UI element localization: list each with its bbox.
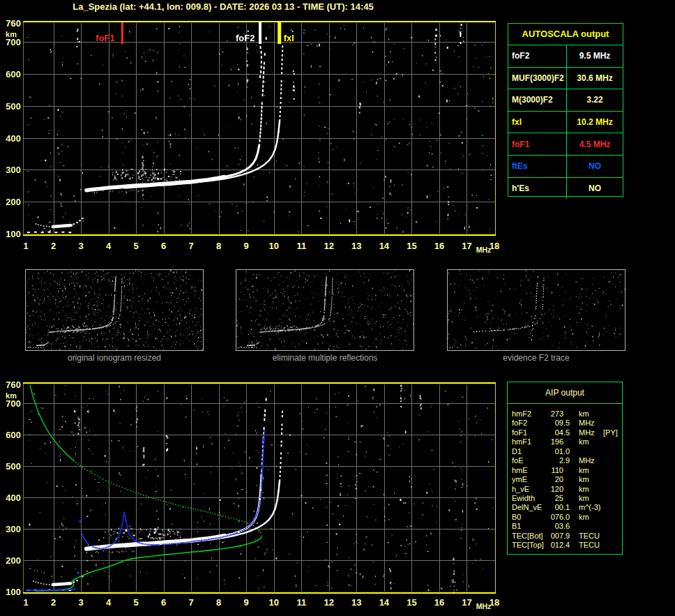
- thumbnail-caption-eliminate: eliminate multiple reflections: [236, 353, 414, 363]
- x-tick-label: 14: [375, 241, 393, 251]
- aip-row-foF1: foF104.5MHz[PY]: [508, 428, 622, 437]
- y-axis-unit-label: km: [1, 30, 22, 38]
- aip-row-foE: foE2.9MHz: [508, 456, 622, 465]
- aip-param-unit: km: [579, 513, 589, 521]
- marker-label-fxI: fxI: [284, 33, 294, 43]
- autoscala-param-value: 3.22: [567, 95, 623, 105]
- x-tick-label: 16: [430, 241, 448, 251]
- x-tick-label: 2: [45, 597, 63, 608]
- x-tick-label: 8: [210, 597, 228, 608]
- aip-param-unit: TECU: [579, 541, 600, 549]
- x-tick-label: 8: [210, 241, 228, 251]
- x-tick-label: 13: [347, 241, 365, 251]
- autoscala-row-MUF(3000)F2: MUF(3000)F230.6 MHz: [508, 68, 623, 90]
- x-tick-label: 7: [182, 597, 200, 608]
- aip-param-value: 01.0: [524, 447, 594, 456]
- x-tick-label: 2: [45, 241, 63, 251]
- x-tick-label: 6: [155, 241, 173, 251]
- y-tick-label: 700: [1, 398, 21, 409]
- autoscala-param-label: foF1: [508, 133, 567, 155]
- aip-param-unit: m^(-3): [579, 503, 600, 511]
- aip-param-unit: MHz: [579, 428, 595, 437]
- aip-param-value: 03.6: [524, 522, 594, 530]
- autoscala-param-label: h'Es: [508, 178, 567, 200]
- autoscala-row-M(3000)F2: M(3000)F23.22: [508, 89, 623, 112]
- y-tick-label: 200: [1, 197, 21, 207]
- aip-row-foF2: foF209.5MHz: [508, 419, 622, 428]
- autoscala-param-value: 10.2 MHz: [567, 117, 623, 127]
- thumbnail-caption-evidence: evidence F2 trace: [447, 353, 625, 363]
- autoscala-window: La_Spezia (lat: +44.1, lon: 009.8) - DAT…: [0, 0, 675, 616]
- aip-row-hmF2: hmF2273km: [508, 410, 622, 419]
- y-tick-label: 760: [1, 18, 21, 29]
- autoscala-param-value: NO: [567, 161, 623, 171]
- x-tick-label: 10: [265, 597, 283, 608]
- x-tick-label: 1: [17, 597, 35, 608]
- aip-param-unit: TECU: [579, 532, 600, 540]
- aip-param-name: foE: [512, 456, 524, 465]
- thumbnail-evidence-f2: [447, 269, 625, 351]
- y-axis-unit-label: km: [1, 391, 22, 400]
- x-tick-label: 11: [292, 597, 310, 608]
- thumbnail-eliminate-reflections: [236, 269, 414, 351]
- autoscala-param-value: 30.6 MHz: [567, 73, 623, 83]
- autoscala-row-h'Es: h'EsNO: [508, 178, 623, 200]
- aip-row-hmF1: hmF1196km: [508, 437, 622, 446]
- y-tick-label: 500: [1, 101, 21, 112]
- thumbnail-caption-original: original ionogram resized: [25, 353, 204, 363]
- autoscala-output-table: AUTOSCALA output foF29.5 MHzMUF(3000)F23…: [508, 23, 623, 197]
- aip-row-h_vE: h_vE120km: [508, 485, 622, 494]
- y-tick-label: 200: [1, 555, 21, 566]
- x-tick-label: 3: [72, 241, 90, 251]
- aip-row-B0: B0076.0km: [508, 513, 622, 522]
- aip-row-Ewidth: Ewidth25km: [508, 494, 622, 503]
- y-tick-label: 600: [1, 430, 21, 440]
- y-tick-label: 760: [1, 380, 21, 390]
- autoscala-row-foF2: foF29.5 MHz: [508, 45, 623, 68]
- main-ionogram-canvas: [23, 21, 496, 236]
- aip-param-name: B1: [512, 522, 521, 530]
- x-tick-label: 16: [430, 597, 448, 608]
- autoscala-param-label: fxI: [508, 112, 567, 133]
- y-tick-label: 300: [1, 165, 21, 175]
- marker-label-foF2: foF2: [236, 33, 255, 43]
- y-tick-label: 100: [1, 229, 21, 239]
- aip-row-TEC[Bot]: TEC[Bot]007.9TECU: [508, 532, 622, 541]
- aip-row-hmE: hmE110km: [508, 466, 622, 475]
- profile-ionogram-canvas: [23, 382, 496, 594]
- autoscala-param-label: MUF(3000)F2: [508, 68, 567, 89]
- thumbnail-original-canvas: [26, 270, 203, 350]
- x-tick-label: 4: [100, 241, 118, 251]
- x-tick-label: 14: [375, 597, 393, 608]
- x-tick-label: 6: [155, 597, 173, 608]
- x-axis-unit-label: MHz: [473, 602, 493, 610]
- autoscala-table-rows: foF29.5 MHzMUF(3000)F230.6 MHzM(3000)F23…: [508, 45, 623, 199]
- marker-label-foF1: foF1: [96, 33, 114, 43]
- thumbnail-eliminate-canvas: [236, 270, 414, 350]
- aip-param-name: B0: [512, 513, 521, 521]
- x-tick-label: 1: [17, 241, 35, 251]
- autoscala-param-value: 4.5 MHz: [567, 140, 623, 149]
- x-tick-label: 12: [320, 241, 338, 251]
- x-tick-label: 3: [72, 597, 90, 608]
- y-tick-label: 700: [1, 37, 21, 47]
- x-tick-label: 9: [237, 241, 255, 251]
- x-tick-label: 12: [320, 597, 338, 608]
- x-tick-label: 11: [292, 241, 310, 251]
- aip-param-unit: MHz: [579, 456, 595, 465]
- aip-table-rows: hmF2273kmfoF209.5MHzfoF104.5MHz[PY]hmF11…: [508, 410, 622, 550]
- aip-table-title: AIP output: [508, 382, 622, 404]
- x-axis-unit-label: MHz: [473, 246, 493, 254]
- autoscala-table-title: AUTOSCALA output: [508, 24, 623, 45]
- autoscala-row-ftEs: ftEsNO: [508, 156, 623, 178]
- x-tick-label: 15: [402, 597, 420, 608]
- aip-row-D1: D101.0: [508, 447, 622, 456]
- y-tick-label: 500: [1, 461, 21, 472]
- y-tick-label: 300: [1, 524, 21, 534]
- aip-param-unit: km: [579, 475, 589, 483]
- aip-param-unit: km: [579, 466, 589, 474]
- x-tick-label: 5: [127, 241, 145, 251]
- y-tick-label: 400: [1, 133, 21, 144]
- aip-param-unit: km: [579, 485, 589, 493]
- autoscala-param-label: foF2: [508, 45, 567, 67]
